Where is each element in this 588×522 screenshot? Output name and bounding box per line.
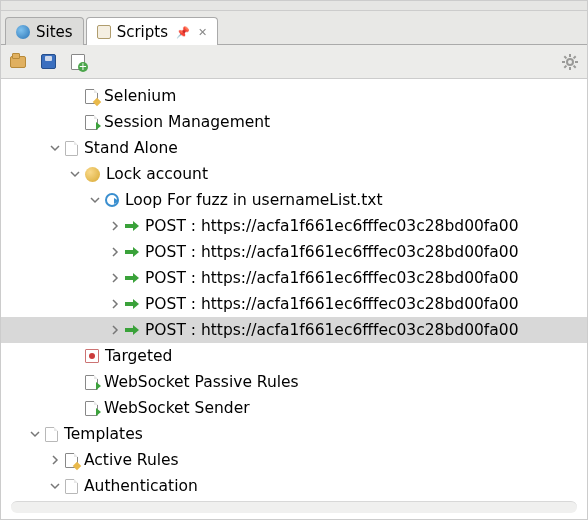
scripts-toolbar [1,45,587,79]
expand-toggle[interactable] [107,322,123,338]
tree-row[interactable]: Session Management [1,109,587,135]
tree-row[interactable]: WebSocket Sender [1,395,587,421]
tree-item-label: POST : https://acfa1f661ec6fffec03c28bd0… [145,217,519,235]
tree-item-label: POST : https://acfa1f661ec6fffec03c28bd0… [145,295,519,313]
tree-item-label: POST : https://acfa1f661ec6fffec03c28bd0… [145,243,519,261]
new-script-icon [71,54,85,70]
expand-toggle[interactable] [27,426,43,442]
gear-icon [562,54,578,70]
tree-item-label: WebSocket Passive Rules [104,373,299,391]
request-icon [125,297,139,311]
globe-icon [16,25,30,39]
folder-doc-icon [65,479,78,494]
horizontal-scrollbar[interactable] [11,501,577,513]
loop-icon [105,193,119,207]
request-icon [125,271,139,285]
folder-doc-icon [65,141,78,156]
tree-item-label: POST : https://acfa1f661ec6fffec03c28bd0… [145,321,519,339]
tree-row[interactable]: Selenium [1,83,587,109]
script-doc-icon [85,115,98,130]
settings-button[interactable] [561,53,579,71]
tree-item-label: POST : https://acfa1f661ec6fffec03c28bd0… [145,269,519,287]
open-folder-button[interactable] [9,53,27,71]
tree-item-label: Authentication [84,477,198,495]
folder-icon [10,56,26,68]
tree-item-label: Targeted [105,347,172,365]
window-top-strip [1,1,587,11]
tree-item-label: Loop For fuzz in usernameList.txt [125,191,383,209]
expand-toggle[interactable] [47,478,63,494]
tree-row[interactable]: Lock account [1,161,587,187]
new-script-button[interactable] [69,53,87,71]
save-button[interactable] [39,53,57,71]
tree-row[interactable]: Stand Alone [1,135,587,161]
expand-toggle[interactable] [67,166,83,182]
tree-item-label: Selenium [104,87,176,105]
tree-item-label: Stand Alone [84,139,178,157]
script-doc-icon [65,453,78,468]
tree-row[interactable]: Active Rules [1,447,587,473]
tree-row[interactable]: POST : https://acfa1f661ec6fffec03c28bd0… [1,265,587,291]
tab-label: Sites [36,23,73,41]
expand-toggle[interactable] [107,296,123,312]
script-doc-icon [85,401,98,416]
pin-icon[interactable]: 📌 [176,26,190,39]
floppy-icon [41,54,56,69]
tree-row[interactable]: POST : https://acfa1f661ec6fffec03c28bd0… [1,239,587,265]
expand-toggle[interactable] [47,140,63,156]
folder-doc-icon [45,427,58,442]
scripts-panel: Sites Scripts 📌 ✕ SeleniumSession Manage… [0,0,588,520]
target-icon [85,349,99,363]
scripts-tree[interactable]: SeleniumSession ManagementStand AloneLoc… [1,79,587,501]
expand-toggle[interactable] [107,270,123,286]
request-icon [125,245,139,259]
tree-row[interactable]: POST : https://acfa1f661ec6fffec03c28bd0… [1,291,587,317]
tree-row[interactable]: GAuthentication default template GraalJS… [1,499,587,501]
expand-toggle[interactable] [87,192,103,208]
tree-row[interactable]: Loop For fuzz in usernameList.txt [1,187,587,213]
tree-row[interactable]: POST : https://acfa1f661ec6fffec03c28bd0… [1,213,587,239]
lock-icon [85,167,100,182]
tree-item-label: Session Management [104,113,270,131]
tree-item-label: Lock account [106,165,208,183]
tree-row[interactable]: Targeted [1,343,587,369]
close-icon[interactable]: ✕ [198,26,207,39]
expand-toggle[interactable] [107,244,123,260]
script-icon [97,25,111,39]
tab-scripts[interactable]: Scripts 📌 ✕ [86,17,219,45]
script-doc-icon [85,375,98,390]
tree-item-label: Templates [64,425,143,443]
request-icon [125,219,139,233]
tree-item-label: WebSocket Sender [104,399,250,417]
tree-row[interactable]: POST : https://acfa1f661ec6fffec03c28bd0… [1,317,587,343]
tree-item-label: Active Rules [84,451,179,469]
request-icon [125,323,139,337]
tab-sites[interactable]: Sites [5,17,84,45]
expand-toggle[interactable] [107,218,123,234]
tree-row[interactable]: WebSocket Passive Rules [1,369,587,395]
svg-point-0 [567,59,573,65]
tree-row[interactable]: Authentication [1,473,587,499]
script-doc-icon [85,89,98,104]
tab-bar: Sites Scripts 📌 ✕ [1,11,587,45]
expand-toggle[interactable] [47,452,63,468]
tab-label: Scripts [117,23,168,41]
tree-row[interactable]: Templates [1,421,587,447]
